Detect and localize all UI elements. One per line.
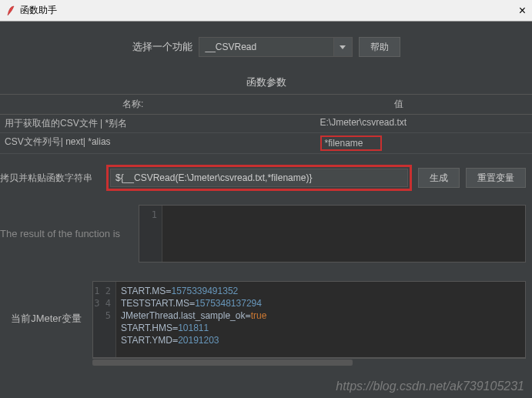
close-icon[interactable]: × — [519, 4, 526, 18]
table-row[interactable]: CSV文件列号| next| *alias*filename — [0, 133, 532, 154]
result-row: The result of the function is 1 — [0, 202, 532, 278]
vars-content: START.MS=1575339491352 TESTSTART.MS=1575… — [116, 282, 525, 357]
function-combo-value: __CSVRead — [199, 42, 333, 52]
generate-button[interactable]: 生成 — [418, 168, 460, 188]
param-name: 用于获取值的CSV文件 | *别名 — [0, 115, 266, 132]
scrollbar-thumb[interactable] — [92, 360, 353, 366]
function-string-highlight — [106, 165, 412, 191]
vars-box[interactable]: 1 2 3 4 5 START.MS=1575339491352 TESTSTA… — [92, 281, 526, 358]
function-combo[interactable]: __CSVRead — [199, 37, 353, 57]
function-string-row: 拷贝并粘贴函数字符串 生成 重置变量 — [0, 154, 532, 202]
vars-scrollbar[interactable] — [92, 358, 526, 366]
function-string-input[interactable] — [110, 169, 408, 187]
vars-gutter: 1 2 3 4 5 — [93, 282, 116, 357]
result-content — [162, 206, 525, 262]
chevron-down-icon[interactable] — [333, 38, 352, 56]
result-box[interactable]: 1 — [139, 205, 526, 263]
app-icon — [6, 5, 15, 17]
help-button[interactable]: 帮助 — [359, 37, 400, 57]
header-value: 值 — [266, 95, 533, 114]
function-string-label: 拷贝并粘贴函数字符串 — [0, 172, 100, 185]
params-table: 名称: 值 用于获取值的CSV文件 | *别名E:\Jmeter\csvread… — [0, 94, 532, 154]
window-title: 函数助手 — [20, 4, 519, 17]
param-name: CSV文件列号| next| *alias — [0, 133, 266, 153]
table-row[interactable]: 用于获取值的CSV文件 | *别名E:\Jmeter\csvread.txt — [0, 115, 532, 133]
param-value[interactable]: E:\Jmeter\csvread.txt — [266, 115, 533, 132]
header-name: 名称: — [0, 95, 266, 114]
titlebar: 函数助手 × — [0, 0, 532, 22]
param-value[interactable]: *filename — [266, 133, 533, 153]
params-title: 函数参数 — [0, 71, 532, 94]
content: 选择一个功能 __CSVRead 帮助 函数参数 名称: 值 用于获取值的CSV… — [0, 22, 532, 369]
watermark: https://blog.csdn.net/ak739105231 — [336, 380, 524, 393]
reset-button[interactable]: 重置变量 — [466, 168, 526, 188]
vars-row: 当前JMeter变量 1 2 3 4 5 START.MS=1575339491… — [0, 278, 532, 369]
vars-label: 当前JMeter变量 — [0, 281, 92, 366]
selector-label: 选择一个功能 — [132, 40, 192, 54]
function-selector-row: 选择一个功能 __CSVRead 帮助 — [0, 22, 532, 71]
result-label: The result of the function is — [0, 205, 139, 263]
params-header: 名称: 值 — [0, 94, 532, 115]
result-gutter: 1 — [139, 206, 162, 262]
